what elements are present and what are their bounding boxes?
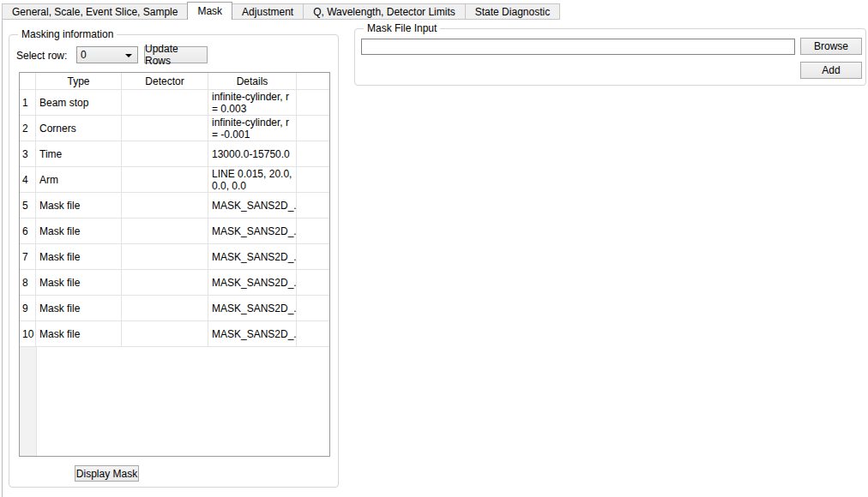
mask-table-body: 1Beam stopinfinite-cylinder, r = 0.0032C…: [20, 90, 329, 347]
table-row: 5Mask fileMASK_SANS2D_...: [20, 193, 329, 219]
type-cell[interactable]: Mask file: [36, 219, 122, 243]
detector-cell[interactable]: [122, 219, 208, 243]
type-cell[interactable]: Mask file: [36, 193, 122, 218]
column-header-details[interactable]: Details: [208, 73, 297, 89]
details-cell[interactable]: MASK_SANS2D_...: [208, 244, 297, 269]
row-number-cell[interactable]: 2: [20, 116, 36, 141]
table-row: 8Mask fileMASK_SANS2D_...: [20, 270, 329, 296]
mask-table: Type Detector Details 1Beam stopinfinite…: [19, 72, 330, 457]
type-cell[interactable]: Corners: [36, 116, 122, 141]
details-cell[interactable]: MASK_SANS2D_...: [208, 270, 297, 295]
dropdown-arrow-icon: [125, 54, 132, 57]
table-row: 1Beam stopinfinite-cylinder, r = 0.003: [20, 90, 329, 116]
masking-information-group: Masking information Select row: 0 Update…: [9, 34, 339, 488]
type-cell[interactable]: Mask file: [36, 244, 122, 269]
tab-adjustment[interactable]: Adjustment: [232, 3, 304, 20]
details-cell[interactable]: LINE 0.015, 20.0, 0.0, 0.0: [208, 167, 297, 192]
detector-cell[interactable]: [122, 296, 208, 320]
table-row: 9Mask fileMASK_SANS2D_...: [20, 296, 329, 321]
tab-q-wavelength-detector-limits[interactable]: Q, Wavelength, Detector Limits: [303, 3, 466, 20]
row-number-cell[interactable]: 6: [20, 219, 36, 243]
update-rows-button[interactable]: Update Rows: [144, 46, 208, 63]
row-number-cell[interactable]: 1: [20, 90, 36, 115]
table-row: 10Mask fileMASK_SANS2D_...: [20, 321, 329, 347]
tab-bar: General, Scale, Event Slice, Sample Mask…: [2, 2, 559, 20]
type-cell[interactable]: Arm: [36, 167, 122, 192]
type-cell[interactable]: Beam stop: [36, 90, 122, 115]
column-header-detector[interactable]: Detector: [122, 73, 208, 89]
browse-button[interactable]: Browse: [800, 38, 862, 55]
tab-state-diagnostic[interactable]: State Diagnostic: [465, 3, 560, 20]
detector-cell[interactable]: [122, 141, 208, 166]
vertical-header-filler: [20, 347, 37, 456]
table-row: 7Mask fileMASK_SANS2D_...: [20, 244, 329, 270]
type-cell[interactable]: Time: [36, 141, 122, 166]
details-cell[interactable]: 13000.0-15750.0: [208, 141, 297, 166]
row-number-cell[interactable]: 8: [20, 270, 36, 295]
add-button[interactable]: Add: [800, 62, 862, 79]
details-cell[interactable]: infinite-cylinder, r = -0.001: [208, 116, 297, 141]
select-row-value: 0: [81, 49, 87, 61]
table-row: 2Cornersinfinite-cylinder, r = -0.001: [20, 116, 329, 141]
type-cell[interactable]: Mask file: [36, 321, 122, 346]
row-number-cell[interactable]: 5: [20, 193, 36, 218]
type-cell[interactable]: Mask file: [36, 296, 122, 320]
tab-general-scale-event-slice-sample[interactable]: General, Scale, Event Slice, Sample: [2, 3, 188, 20]
select-row-label: Select row:: [16, 50, 67, 62]
detector-cell[interactable]: [122, 90, 208, 115]
tab-pane-border: [2, 19, 3, 497]
row-number-cell[interactable]: 7: [20, 244, 36, 269]
detector-cell[interactable]: [122, 167, 208, 192]
detector-cell[interactable]: [122, 270, 208, 295]
column-header-type[interactable]: Type: [36, 73, 122, 89]
details-cell[interactable]: MASK_SANS2D_...: [208, 193, 297, 218]
details-cell[interactable]: MASK_SANS2D_...: [208, 321, 297, 346]
mask-file-input-field[interactable]: [361, 39, 795, 55]
row-number-cell[interactable]: 3: [20, 141, 36, 166]
row-number-cell[interactable]: 9: [20, 296, 36, 320]
details-cell[interactable]: MASK_SANS2D_...: [208, 219, 297, 243]
masking-information-group-title: Masking information: [18, 28, 117, 40]
type-cell[interactable]: Mask file: [36, 270, 122, 295]
mask-file-input-group: Mask File Input Browse Add: [354, 28, 866, 86]
detector-cell[interactable]: [122, 116, 208, 141]
row-number-cell[interactable]: 10: [20, 321, 36, 346]
details-cell[interactable]: infinite-cylinder, r = 0.003: [208, 90, 297, 115]
display-mask-button[interactable]: Display Mask: [75, 465, 139, 482]
detector-cell[interactable]: [122, 193, 208, 218]
mask-file-input-group-title: Mask File Input: [364, 22, 440, 34]
mask-table-header-row: Type Detector Details: [20, 73, 329, 90]
details-cell[interactable]: MASK_SANS2D_...: [208, 296, 297, 320]
select-row-combobox[interactable]: 0: [76, 46, 138, 63]
table-row: 3Time13000.0-15750.0: [20, 141, 329, 167]
table-row: 4ArmLINE 0.015, 20.0, 0.0, 0.0: [20, 167, 329, 193]
detector-cell[interactable]: [122, 244, 208, 269]
table-row: 6Mask fileMASK_SANS2D_...: [20, 219, 329, 244]
tab-mask[interactable]: Mask: [187, 2, 232, 20]
detector-cell[interactable]: [122, 321, 208, 346]
row-number-cell[interactable]: 4: [20, 167, 36, 192]
corner-header-cell[interactable]: [20, 73, 36, 89]
